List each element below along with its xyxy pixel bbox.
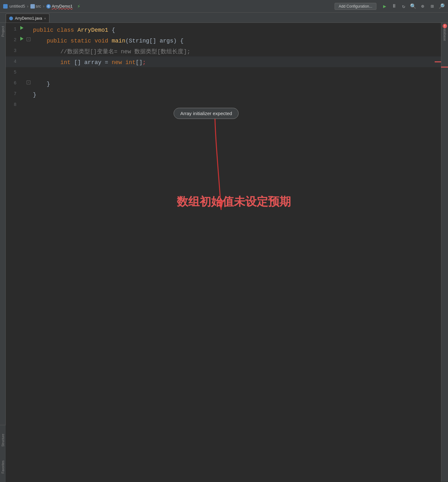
- tab-file-icon: [9, 16, 13, 20]
- src-icon: [30, 4, 35, 9]
- layout-icon[interactable]: ⊞: [429, 3, 435, 10]
- breadcrumb-class: ArryDemo1: [52, 4, 73, 9]
- code-line-6-text: }: [32, 78, 441, 89]
- coverage-icon[interactable]: 🔍: [410, 3, 416, 10]
- toolbar-icons: ▶ ⏸ ↻ 🔍 ⊕ ⊞ 🔎: [381, 3, 445, 10]
- fold-4: [27, 56, 32, 67]
- heap-icon[interactable]: ⊕: [419, 3, 426, 10]
- run-line-2[interactable]: [20, 35, 27, 46]
- error-tooltip-text: Array initializer expected: [180, 111, 232, 116]
- fold-1: [27, 24, 32, 35]
- fold-7: [27, 89, 32, 100]
- code-line-7-text: }: [32, 89, 441, 100]
- breadcrumb-src-group: src: [30, 4, 41, 9]
- tab-filename: ArryDemo1.java: [15, 16, 42, 21]
- database-panel-label[interactable]: Database: [443, 26, 447, 41]
- error-count-badge: !: [443, 24, 447, 28]
- toolbar-center: Add Configuration... ▶ ⏸ ↻ 🔍 ⊕ ⊞ 🔎: [335, 3, 445, 10]
- structure-label: Structure: [1, 434, 5, 447]
- fold-2[interactable]: -: [27, 35, 32, 46]
- table-row: 7 }: [6, 89, 441, 100]
- fold-3: [27, 46, 32, 56]
- code-line-4-text: int [] array = new int[];: [32, 56, 441, 67]
- line-number-6: 6: [6, 78, 20, 89]
- breadcrumb-project: untitled5: [10, 4, 25, 9]
- code-line-3-text: //数据类型[]变量名= new 数据类型[数组长度];: [32, 46, 441, 56]
- run-icon[interactable]: ▶: [381, 3, 388, 10]
- breadcrumb-class-group: C ArryDemo1: [46, 4, 73, 9]
- run-line-5: [20, 67, 27, 78]
- run-line-3: [20, 46, 27, 56]
- run-line-7: [20, 89, 27, 100]
- annotation-text: 数组初始值未设定预期: [177, 194, 291, 210]
- project-panel-label: Project: [1, 26, 5, 37]
- breadcrumb: untitled5 › src › C ArryDemo1 ⚡: [3, 3, 333, 10]
- code-editor[interactable]: 1 public class ArryDemo1 { 2 - public st…: [6, 23, 441, 482]
- git-icon: ⚡: [77, 3, 80, 10]
- title-bar: untitled5 › src › C ArryDemo1 ⚡ Add Conf…: [0, 0, 448, 13]
- tab-close-button[interactable]: ×: [44, 16, 46, 20]
- line-number-7: 7: [6, 89, 20, 100]
- fold-icon-2[interactable]: -: [27, 37, 30, 41]
- reload-icon[interactable]: ↻: [400, 3, 407, 10]
- run-line-6: [20, 78, 27, 89]
- right-sidebar: ! Database: [441, 23, 448, 482]
- run-triangle-2[interactable]: [20, 37, 23, 41]
- left-sidebar: Project: [0, 23, 6, 482]
- tab-arrydemo1[interactable]: ArryDemo1.java ×: [6, 14, 49, 23]
- breadcrumb-src: src: [36, 4, 41, 9]
- error-line-right-marker: [435, 62, 441, 62]
- breadcrumb-sep2: ›: [43, 4, 44, 9]
- error-tooltip: Array initializer expected: [174, 108, 239, 119]
- tab-bar: ArryDemo1.java ×: [0, 13, 448, 23]
- project-icon: [3, 4, 8, 9]
- run-line-1[interactable]: [20, 24, 27, 35]
- line-number-5: 5: [6, 67, 20, 78]
- error-line-marker: [441, 67, 448, 68]
- table-row: 4 int [] array = new int[];: [6, 56, 441, 67]
- fold-icon-6[interactable]: -: [27, 81, 30, 84]
- bottom-left-sidebar: Structure Favorites: [0, 425, 6, 482]
- add-config-button[interactable]: Add Configuration...: [335, 3, 376, 10]
- run-line-8: [20, 100, 27, 110]
- line-number-8: 8: [6, 100, 20, 110]
- line-number-2: 2: [6, 35, 20, 46]
- fold-6[interactable]: -: [27, 78, 32, 89]
- run-line-4: [20, 56, 27, 67]
- fold-8: [27, 100, 32, 110]
- table-row: 6 - }: [6, 78, 441, 89]
- fold-5: [27, 67, 32, 78]
- editor-container: Project 1 public class ArryDemo1 { 2 -: [0, 23, 448, 482]
- stop-icon[interactable]: ⏸: [391, 3, 397, 10]
- table-row: 2 - public static void main(String[] arg…: [6, 35, 441, 46]
- line-number-4: 4: [6, 56, 20, 67]
- line-number-1: 1: [6, 24, 20, 35]
- table-row: 3 //数据类型[]变量名= new 数据类型[数组长度];: [6, 46, 441, 56]
- breadcrumb-sep1: ›: [27, 4, 28, 9]
- favorites-label: Favorites: [1, 460, 5, 473]
- class-icon: C: [46, 4, 51, 9]
- line-number-3: 3: [6, 46, 20, 56]
- search-icon[interactable]: 🔎: [438, 3, 445, 10]
- table-row: 5: [6, 67, 441, 78]
- run-triangle-1[interactable]: [20, 26, 23, 30]
- code-lines: 1 public class ArryDemo1 { 2 - public st…: [6, 23, 441, 110]
- table-row: 1 public class ArryDemo1 {: [6, 24, 441, 35]
- code-line-5-text: [32, 67, 441, 78]
- code-line-1-text: public class ArryDemo1 {: [32, 24, 441, 35]
- code-line-2-text: public static void main(String[] args) {: [32, 35, 441, 46]
